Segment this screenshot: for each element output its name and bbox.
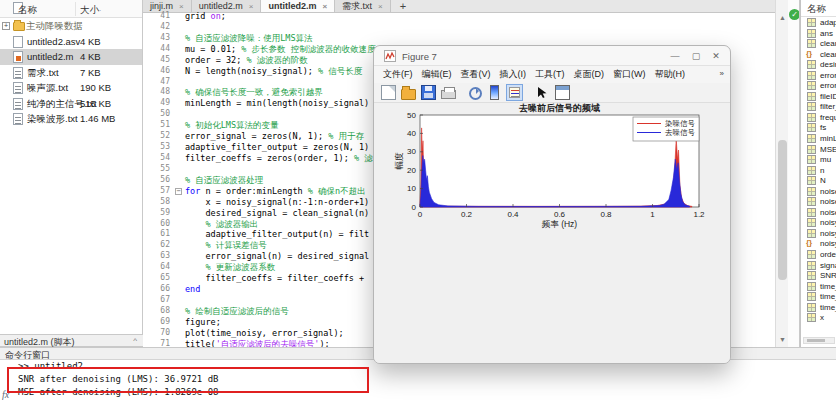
column-header-name[interactable]: 名称 [18,4,37,17]
file-name: untitled2.m [27,51,73,62]
workspace-variable-row[interactable]: mu [801,154,836,165]
svg-text:幅度: 幅度 [394,152,404,170]
workspace-variable-row[interactable]: fs [801,122,836,133]
scrollbar-thumb[interactable] [778,140,787,280]
save-icon[interactable] [421,85,436,100]
workspace-hscroll-thumb[interactable] [807,339,825,342]
workspace-variable-row[interactable]: noise [801,196,836,207]
menu-overflow-icon[interactable]: » [720,69,724,78]
arrow-cursor-icon[interactable] [535,85,550,100]
matrix-icon [807,229,816,238]
close-tab-icon[interactable]: × [322,2,327,11]
workspace-variable-row[interactable]: error_ [801,80,836,91]
menu-item[interactable]: 窗口(W) [613,68,646,81]
figure-plot-canvas[interactable]: 00.20.40.60.811.201020304050去噪前后信号的频域频率 … [374,103,731,364]
workspace-variable-row[interactable]: MSE_ [801,144,836,155]
menu-item[interactable]: 查看(V) [461,68,491,81]
open-folder-icon[interactable] [401,89,416,100]
close-tab-icon[interactable]: × [378,2,383,11]
variable-name: frequ [820,113,836,122]
collapse-details-icon[interactable]: ^ [133,336,137,345]
workspace-variable-row[interactable]: fileID [801,91,836,102]
workspace-header[interactable]: 名称 – [801,0,836,17]
fold-column [174,229,185,240]
dock-figure-icon[interactable] [555,85,570,100]
menu-item[interactable]: 插入(I) [500,68,527,81]
workspace-variable-row[interactable]: {}noisy [801,238,836,249]
workspace-variable-row[interactable]: x [801,312,836,323]
svg-text:0.4: 0.4 [507,210,519,219]
workspace-variable-row[interactable]: adapt [801,17,836,28]
workspace-variable-row[interactable]: desir [801,59,836,70]
spectrum-chart[interactable]: 00.20.40.60.811.201020304050去噪前后信号的频域频率 … [374,103,731,364]
workspace-variable-row[interactable]: noise [801,186,836,197]
fold-column [174,142,185,153]
workspace-variable-row[interactable]: filter_ [801,101,836,112]
workspace-variable-row[interactable]: minLe [801,133,836,144]
print-icon[interactable] [441,90,456,99]
variable-name: noise [820,187,836,196]
close-button[interactable]: ✕ [709,49,723,63]
workspace-variable-row[interactable]: ans [801,28,836,39]
variable-name: clean [820,39,836,48]
workspace-variable-row[interactable]: SNR_ [801,270,836,281]
workspace-variable-row[interactable]: signa [801,260,836,271]
variable-name: filter_ [820,102,836,111]
line-number: 69 [143,317,174,328]
workspace-variable-row[interactable]: frequ [801,112,836,123]
svg-text:20: 20 [407,166,416,175]
matrix-icon [807,155,816,164]
close-tab-icon[interactable]: × [249,2,254,11]
menu-item[interactable]: 编辑(E) [422,68,452,81]
workspace-variable-row[interactable]: noise [801,207,836,218]
editor-scrollbar[interactable]: ▲ ▼ [775,0,788,347]
workspace-variable-row[interactable]: error_ [801,70,836,81]
figure-titlebar[interactable]: Figure 7 — ▢ ✕ [374,46,730,66]
workspace-variable-row[interactable]: time_ [801,281,836,292]
file-row[interactable]: untitled2.m4 KB [0,49,142,65]
insert-legend-icon[interactable] [507,85,522,100]
workspace-variable-row[interactable]: time_ [801,291,836,302]
file-size: 4 KB [80,36,101,47]
colorbar-icon[interactable] [490,85,499,100]
workspace-variable-row[interactable]: noisy [801,217,836,228]
svg-text:0.8: 0.8 [600,210,612,219]
close-tab-icon[interactable]: × [179,2,184,11]
code-text: filter_coeffs = zeros(order, 1); % 滤 [185,153,373,164]
file-row[interactable]: 染噪波形.txt1.46 MB [0,111,142,127]
column-header-size[interactable]: 大小· [80,4,101,17]
fold-column [174,120,185,131]
workspace-variable-row[interactable]: clean [801,38,836,49]
minimize-button[interactable]: — [668,49,682,63]
matrix-icon [807,113,816,122]
maximize-button[interactable]: ▢ [689,49,703,63]
matrix-icon [807,303,816,312]
workspace-variable-row[interactable]: N [801,175,836,186]
matrix-icon [807,166,816,175]
code-fold-icon[interactable]: − [175,188,182,195]
workspace-hscrollbar[interactable] [803,337,835,344]
file-row[interactable]: +主动降噪数据 [0,18,142,34]
workspace-variable-row[interactable]: noisy [801,228,836,239]
menu-item[interactable]: 帮助(H) [655,68,686,81]
variable-name: fileID [820,92,836,101]
file-row[interactable]: 纯净的主信号.txt515 KB [0,96,142,112]
file-details-bar[interactable]: untitled2.m (脚本) ^ [0,334,143,347]
menu-item[interactable]: 工具(T) [535,68,565,81]
workspace-variable-row[interactable]: {}clean [801,49,836,60]
file-size: 190 KB [80,82,111,93]
red-highlight-annotation [7,367,369,393]
workspace-variable-row[interactable]: time_ [801,302,836,313]
new-document-icon[interactable] [381,85,396,100]
rotate-3d-icon[interactable] [469,87,482,100]
file-row[interactable]: 需求.txt7 KB [0,65,142,81]
workspace-variable-row[interactable]: order [801,249,836,260]
workspace-variable-row[interactable]: n [801,165,836,176]
expand-folder-icon[interactable]: + [2,22,10,30]
file-row[interactable]: untitled2.asv4 KB [0,34,142,50]
fold-column [174,55,185,66]
code-segment: filter_coeffs = filter_coeffs + [185,273,369,283]
file-row[interactable]: 噪声源.txt190 KB [0,80,142,96]
menu-item[interactable]: 文件(F) [383,68,413,81]
menu-item[interactable]: 桌面(D) [574,68,605,81]
